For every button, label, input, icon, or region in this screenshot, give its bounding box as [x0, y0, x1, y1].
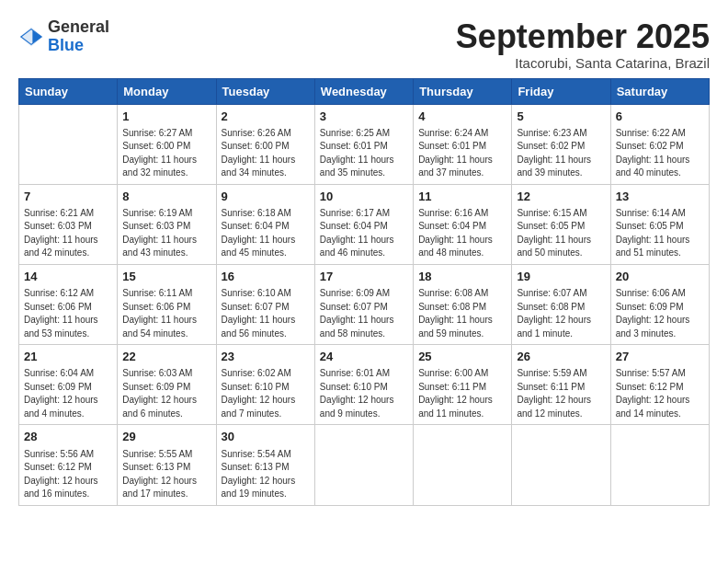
day-number: 19	[517, 269, 605, 285]
day-number: 8	[122, 189, 210, 205]
calendar-cell: 23Sunrise: 6:02 AM Sunset: 6:10 PM Dayli…	[216, 345, 314, 425]
day-number: 15	[122, 269, 210, 285]
calendar-week-2: 7Sunrise: 6:21 AM Sunset: 6:03 PM Daylig…	[19, 184, 710, 264]
day-info: Sunrise: 6:25 AM Sunset: 6:01 PM Dayligh…	[320, 127, 408, 180]
day-number: 9	[222, 189, 310, 205]
logo: General Blue	[18, 18, 109, 55]
day-number: 22	[122, 349, 210, 365]
day-number: 4	[418, 109, 506, 125]
calendar-cell: 6Sunrise: 6:22 AM Sunset: 6:02 PM Daylig…	[610, 104, 709, 184]
day-number: 11	[418, 189, 506, 205]
day-number: 2	[222, 109, 310, 125]
day-info: Sunrise: 6:23 AM Sunset: 6:02 PM Dayligh…	[517, 127, 605, 180]
calendar-cell: 21Sunrise: 6:04 AM Sunset: 6:09 PM Dayli…	[19, 345, 118, 425]
day-number: 16	[222, 269, 310, 285]
calendar-cell: 13Sunrise: 6:14 AM Sunset: 6:05 PM Dayli…	[610, 184, 709, 264]
calendar-cell: 8Sunrise: 6:19 AM Sunset: 6:03 PM Daylig…	[118, 184, 216, 264]
logo-blue: Blue	[48, 37, 109, 55]
calendar-cell: 3Sunrise: 6:25 AM Sunset: 6:01 PM Daylig…	[314, 104, 413, 184]
day-header-tuesday: Tuesday	[216, 78, 314, 104]
calendar-cell	[414, 425, 512, 505]
day-info: Sunrise: 6:02 AM Sunset: 6:10 PM Dayligh…	[222, 367, 310, 420]
title-area: September 2025 Itacorubi, Santa Catarina…	[456, 18, 710, 71]
calendar-cell: 18Sunrise: 6:08 AM Sunset: 6:08 PM Dayli…	[414, 264, 512, 344]
logo-general: General	[48, 18, 109, 37]
calendar-cell: 7Sunrise: 6:21 AM Sunset: 6:03 PM Daylig…	[19, 184, 118, 264]
day-info: Sunrise: 5:56 AM Sunset: 6:12 PM Dayligh…	[24, 448, 112, 501]
calendar-cell: 30Sunrise: 5:54 AM Sunset: 6:13 PM Dayli…	[216, 425, 314, 505]
day-number: 1	[122, 109, 210, 125]
calendar-cell: 29Sunrise: 5:55 AM Sunset: 6:13 PM Dayli…	[118, 425, 216, 505]
day-info: Sunrise: 6:19 AM Sunset: 6:03 PM Dayligh…	[122, 207, 210, 260]
day-info: Sunrise: 6:08 AM Sunset: 6:08 PM Dayligh…	[418, 287, 506, 340]
day-header-saturday: Saturday	[610, 78, 709, 104]
day-number: 21	[24, 349, 112, 365]
month-title: September 2025	[456, 18, 710, 55]
calendar-week-3: 14Sunrise: 6:12 AM Sunset: 6:06 PM Dayli…	[19, 264, 710, 344]
day-number: 18	[418, 269, 506, 285]
day-number: 26	[517, 349, 605, 365]
calendar-cell: 14Sunrise: 6:12 AM Sunset: 6:06 PM Dayli…	[19, 264, 118, 344]
day-number: 14	[24, 269, 112, 285]
calendar-cell: 26Sunrise: 5:59 AM Sunset: 6:11 PM Dayli…	[512, 345, 610, 425]
day-number: 30	[222, 429, 310, 445]
day-info: Sunrise: 5:54 AM Sunset: 6:13 PM Dayligh…	[222, 448, 310, 501]
calendar-cell: 16Sunrise: 6:10 AM Sunset: 6:07 PM Dayli…	[216, 264, 314, 344]
calendar-cell: 15Sunrise: 6:11 AM Sunset: 6:06 PM Dayli…	[118, 264, 216, 344]
day-info: Sunrise: 6:10 AM Sunset: 6:07 PM Dayligh…	[222, 287, 310, 340]
calendar-cell: 22Sunrise: 6:03 AM Sunset: 6:09 PM Dayli…	[118, 345, 216, 425]
calendar-week-1: 1Sunrise: 6:27 AM Sunset: 6:00 PM Daylig…	[19, 104, 710, 184]
logo-icon	[18, 24, 44, 50]
day-info: Sunrise: 6:26 AM Sunset: 6:00 PM Dayligh…	[222, 127, 310, 180]
calendar-cell	[314, 425, 413, 505]
day-number: 29	[122, 429, 210, 445]
day-number: 23	[222, 349, 310, 365]
day-info: Sunrise: 6:18 AM Sunset: 6:04 PM Dayligh…	[222, 207, 310, 260]
page-header: General Blue September 2025 Itacorubi, S…	[18, 18, 710, 71]
day-number: 10	[320, 189, 408, 205]
day-number: 20	[616, 269, 704, 285]
calendar-cell: 9Sunrise: 6:18 AM Sunset: 6:04 PM Daylig…	[216, 184, 314, 264]
day-number: 28	[24, 429, 112, 445]
calendar-cell: 17Sunrise: 6:09 AM Sunset: 6:07 PM Dayli…	[314, 264, 413, 344]
calendar-table: SundayMondayTuesdayWednesdayThursdayFrid…	[18, 78, 710, 506]
day-header-sunday: Sunday	[19, 78, 118, 104]
day-info: Sunrise: 6:17 AM Sunset: 6:04 PM Dayligh…	[320, 207, 408, 260]
calendar-cell	[512, 425, 610, 505]
day-info: Sunrise: 6:16 AM Sunset: 6:04 PM Dayligh…	[418, 207, 506, 260]
day-info: Sunrise: 6:11 AM Sunset: 6:06 PM Dayligh…	[122, 287, 210, 340]
day-info: Sunrise: 6:00 AM Sunset: 6:11 PM Dayligh…	[418, 367, 506, 420]
day-header-thursday: Thursday	[414, 78, 512, 104]
day-number: 24	[320, 349, 408, 365]
day-number: 7	[24, 189, 112, 205]
day-number: 6	[616, 109, 704, 125]
location-subtitle: Itacorubi, Santa Catarina, Brazil	[456, 55, 710, 71]
day-info: Sunrise: 6:14 AM Sunset: 6:05 PM Dayligh…	[616, 207, 704, 260]
day-info: Sunrise: 6:04 AM Sunset: 6:09 PM Dayligh…	[24, 367, 112, 420]
day-number: 17	[320, 269, 408, 285]
calendar-cell: 20Sunrise: 6:06 AM Sunset: 6:09 PM Dayli…	[610, 264, 709, 344]
day-info: Sunrise: 6:21 AM Sunset: 6:03 PM Dayligh…	[24, 207, 112, 260]
day-info: Sunrise: 5:59 AM Sunset: 6:11 PM Dayligh…	[517, 367, 605, 420]
calendar-week-5: 28Sunrise: 5:56 AM Sunset: 6:12 PM Dayli…	[19, 425, 710, 505]
day-number: 25	[418, 349, 506, 365]
day-info: Sunrise: 6:01 AM Sunset: 6:10 PM Dayligh…	[320, 367, 408, 420]
calendar-cell: 12Sunrise: 6:15 AM Sunset: 6:05 PM Dayli…	[512, 184, 610, 264]
calendar-cell: 5Sunrise: 6:23 AM Sunset: 6:02 PM Daylig…	[512, 104, 610, 184]
day-info: Sunrise: 5:55 AM Sunset: 6:13 PM Dayligh…	[122, 448, 210, 501]
calendar-cell: 27Sunrise: 5:57 AM Sunset: 6:12 PM Dayli…	[610, 345, 709, 425]
calendar-cell: 19Sunrise: 6:07 AM Sunset: 6:08 PM Dayli…	[512, 264, 610, 344]
day-number: 5	[517, 109, 605, 125]
calendar-cell	[19, 104, 118, 184]
calendar-cell: 1Sunrise: 6:27 AM Sunset: 6:00 PM Daylig…	[118, 104, 216, 184]
day-info: Sunrise: 6:22 AM Sunset: 6:02 PM Dayligh…	[616, 127, 704, 180]
day-number: 13	[616, 189, 704, 205]
day-header-friday: Friday	[512, 78, 610, 104]
calendar-cell: 10Sunrise: 6:17 AM Sunset: 6:04 PM Dayli…	[314, 184, 413, 264]
day-number: 12	[517, 189, 605, 205]
logo-text: General Blue	[48, 18, 109, 55]
day-info: Sunrise: 6:24 AM Sunset: 6:01 PM Dayligh…	[418, 127, 506, 180]
day-header-monday: Monday	[118, 78, 216, 104]
calendar-cell: 4Sunrise: 6:24 AM Sunset: 6:01 PM Daylig…	[414, 104, 512, 184]
day-number: 3	[320, 109, 408, 125]
